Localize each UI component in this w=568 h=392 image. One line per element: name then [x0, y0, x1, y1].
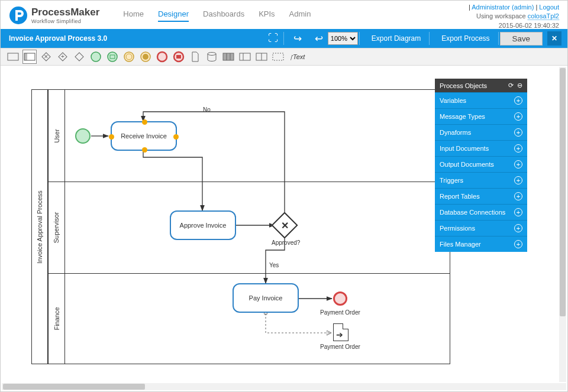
designer-canvas[interactable]: Invoice Approval Process User Supervisor… [1, 66, 567, 383]
save-button[interactable]: Save [500, 32, 543, 46]
panel-item-message-types[interactable]: Message Types+ [435, 108, 527, 124]
workspace-label: Using workspace [476, 12, 528, 20]
svg-text:✕: ✕ [44, 54, 49, 60]
add-icon[interactable]: + [514, 192, 522, 200]
fullscreen-icon[interactable]: ⛶ [264, 31, 282, 46]
export-diagram-button[interactable]: Export Diagram [364, 31, 428, 46]
gateway-exclusive-icon[interactable]: ✕ [40, 50, 53, 63]
svg-rect-8 [75, 53, 83, 61]
panel-item-files-manager[interactable]: Files Manager+ [435, 236, 527, 252]
data-object-label: Payment Order [320, 344, 360, 350]
nav-kpis[interactable]: KPIs [259, 9, 275, 22]
task-receive-invoice[interactable]: Receive Invoice [111, 121, 177, 151]
task-approve-invoice[interactable]: Approve Invoice [170, 210, 236, 240]
vertical-scrollbar[interactable] [559, 67, 566, 382]
pool-tool-icon[interactable] [7, 50, 20, 63]
lanes-container: User Supervisor Finance [48, 89, 450, 364]
panel-item-report-tables[interactable]: Report Tables+ [435, 188, 527, 204]
gateway-label: Approved? [272, 239, 300, 246]
panel-title: Process Objects [440, 82, 487, 89]
intermediate-event-icon[interactable] [122, 50, 135, 63]
collapse-icon[interactable]: ⊖ [517, 82, 522, 89]
add-icon[interactable]: + [514, 160, 522, 169]
group-tool-icon[interactable] [272, 50, 285, 63]
scrollbar-thumb[interactable] [560, 68, 566, 316]
add-icon[interactable]: + [514, 240, 522, 248]
add-icon[interactable]: + [514, 96, 522, 105]
add-icon[interactable]: + [514, 176, 522, 184]
panel-item-permissions[interactable]: Permissions+ [435, 220, 527, 236]
start-message-event-icon[interactable] [106, 50, 119, 63]
brand-logo: ProcessMaker Workflow Simplified [9, 6, 99, 25]
nav-designer[interactable]: Designer [158, 9, 189, 22]
undo-icon[interactable]: ↩ [310, 31, 328, 46]
text-tool[interactable]: ⎡Text [288, 53, 307, 60]
gateway-approved[interactable]: ✕ [275, 216, 294, 235]
svg-rect-18 [176, 55, 181, 59]
zoom-select[interactable]: 100% [328, 32, 358, 45]
svg-text:+: + [61, 53, 64, 60]
lane-header-finance[interactable]: Finance [49, 273, 65, 364]
panel-item-output-documents[interactable]: Output Documents+ [435, 156, 527, 172]
refresh-icon[interactable]: ⟳ [508, 82, 514, 89]
gateway-parallel-icon[interactable]: + [56, 50, 69, 63]
workspace-name[interactable]: colosaTpl2 [528, 12, 559, 20]
process-objects-panel: Process Objects ⟳ ⊖ Variables+ Message T… [435, 79, 527, 252]
data-object-payment-order[interactable]: ➔ [333, 323, 348, 341]
end-event[interactable] [333, 291, 347, 306]
svg-rect-27 [273, 53, 283, 60]
panel-item-variables[interactable]: Variables+ [435, 92, 527, 108]
redo-icon[interactable]: ↪ [289, 31, 306, 46]
swimlane-2col-icon[interactable] [238, 50, 251, 63]
panel-item-input-documents[interactable]: Input Documents+ [435, 140, 527, 156]
svg-rect-1 [8, 53, 18, 60]
data-store-icon[interactable] [205, 50, 218, 63]
panel-item-dynaforms[interactable]: Dynaforms+ [435, 124, 527, 140]
add-icon[interactable]: + [514, 208, 522, 216]
pool-header[interactable]: Invoice Approval Process [31, 89, 48, 364]
export-process-button[interactable]: Export Process [434, 31, 496, 46]
svg-point-15 [143, 54, 149, 60]
end-event-icon[interactable] [156, 50, 169, 63]
horizontal-scrollbar[interactable] [2, 383, 566, 390]
end-event-label: Payment Order [320, 309, 360, 316]
panel-item-database-connections[interactable]: Database Connections+ [435, 204, 527, 220]
lane-header-user[interactable]: User [49, 90, 65, 182]
logout-link[interactable]: Logout [539, 4, 559, 11]
pool-title: Invoice Approval Process [36, 190, 43, 264]
swimlane-split-icon[interactable] [255, 50, 268, 63]
header-right: | Administrator (admin) | Logout Using w… [469, 3, 559, 30]
lane-header-supervisor[interactable]: Supervisor [49, 182, 65, 273]
start-event[interactable] [75, 128, 91, 144]
panel-header: Process Objects ⟳ ⊖ [435, 79, 527, 92]
task-label: Approve Invoice [180, 222, 227, 229]
edge-label-yes: Yes [269, 262, 279, 268]
nav-admin[interactable]: Admin [289, 9, 311, 22]
task-pay-invoice[interactable]: Pay Invoice [233, 283, 299, 313]
svg-point-16 [157, 52, 167, 61]
add-icon[interactable]: + [514, 112, 522, 121]
scrollbar-thumb[interactable] [3, 384, 145, 390]
add-icon[interactable]: + [514, 128, 522, 137]
svg-point-12 [124, 52, 134, 61]
action-bar: Invoice Approval Process 3.0 ⛶ ↪ ↩ 100% … [1, 29, 567, 48]
start-event-icon[interactable] [89, 50, 102, 63]
svg-rect-3 [24, 53, 27, 60]
add-icon[interactable]: + [514, 144, 522, 153]
lane-tool-icon[interactable] [23, 50, 36, 63]
add-icon[interactable]: + [514, 224, 522, 232]
swimlane-3col-icon[interactable] [222, 50, 235, 63]
nav-dashboards[interactable]: Dashboards [203, 9, 244, 22]
data-object-icon[interactable] [189, 50, 202, 63]
close-icon[interactable]: ✕ [547, 31, 561, 46]
panel-item-triggers[interactable]: Triggers+ [435, 172, 527, 188]
main-nav: Home Designer Dashboards KPIs Admin [123, 9, 311, 22]
user-link[interactable]: Administrator (admin) [472, 4, 534, 11]
nav-home[interactable]: Home [123, 9, 144, 22]
end-message-event-icon[interactable] [172, 50, 185, 63]
process-title: Invoice Approval Process 3.0 [7, 34, 261, 43]
app-header: ProcessMaker Workflow Simplified Home De… [1, 1, 567, 29]
intermediate-message-event-icon[interactable] [139, 50, 152, 63]
task-label: Receive Invoice [121, 132, 167, 140]
gateway-plain-icon[interactable] [73, 50, 86, 63]
